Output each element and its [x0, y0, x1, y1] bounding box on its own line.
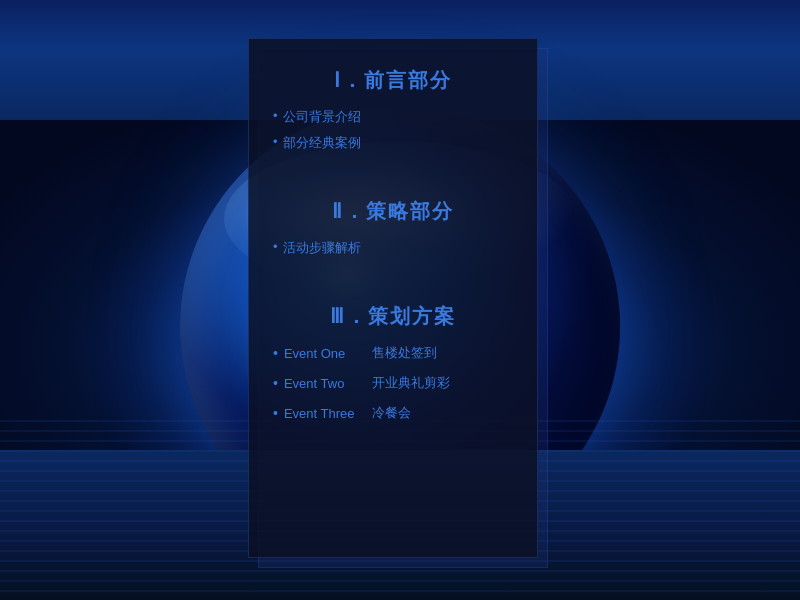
section2-items: 活动步骤解析	[273, 239, 513, 265]
divider2	[273, 285, 513, 303]
list-item: 活动步骤解析	[273, 239, 513, 257]
bullet-icon: •	[273, 405, 278, 421]
event1-desc: 售楼处签到	[372, 344, 437, 362]
bullet-icon: •	[273, 375, 278, 391]
section1-title: Ⅰ．前言部分	[273, 67, 513, 94]
event-row-2: • Event Two 开业典礼剪彩	[273, 374, 513, 392]
section3-title: Ⅲ．策划方案	[273, 303, 513, 330]
event1-name: Event One	[284, 346, 364, 361]
event3-name: Event Three	[284, 406, 364, 421]
list-item: 公司背景介绍	[273, 108, 513, 126]
event3-desc: 冷餐会	[372, 404, 411, 422]
event2-name: Event Two	[284, 376, 364, 391]
event-row-3: • Event Three 冷餐会	[273, 404, 513, 422]
bullet-icon: •	[273, 345, 278, 361]
content-panel: Ⅰ．前言部分 公司背景介绍 部分经典案例 Ⅱ．策略部分 活动步骤解析 Ⅲ．策划方…	[248, 38, 538, 558]
section2-title: Ⅱ．策略部分	[273, 198, 513, 225]
event-row-1: • Event One 售楼处签到	[273, 344, 513, 362]
divider1	[273, 180, 513, 198]
event2-desc: 开业典礼剪彩	[372, 374, 450, 392]
list-item: 部分经典案例	[273, 134, 513, 152]
section1-items: 公司背景介绍 部分经典案例	[273, 108, 513, 160]
